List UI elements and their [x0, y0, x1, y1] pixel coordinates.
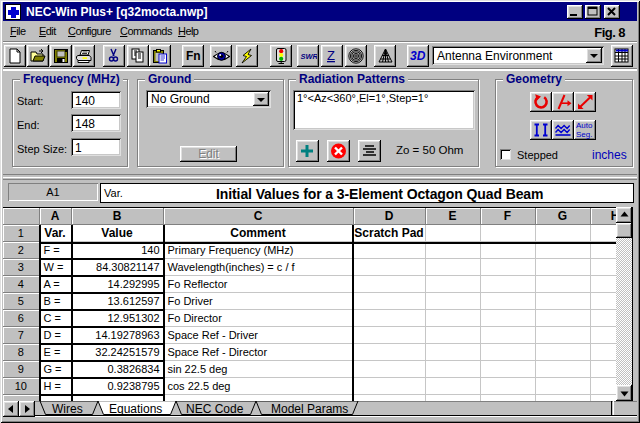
svg-text:SWR: SWR: [301, 52, 318, 61]
svg-text:Model Params: Model Params: [271, 402, 348, 416]
svg-text:Z: Z: [327, 48, 335, 63]
svg-text:NEC Code: NEC Code: [186, 402, 244, 416]
svg-text:Wires: Wires: [52, 402, 83, 416]
svg-text:Fn: Fn: [186, 49, 201, 63]
svg-text:3D: 3D: [410, 49, 426, 63]
svg-text:Equations: Equations: [109, 402, 162, 416]
